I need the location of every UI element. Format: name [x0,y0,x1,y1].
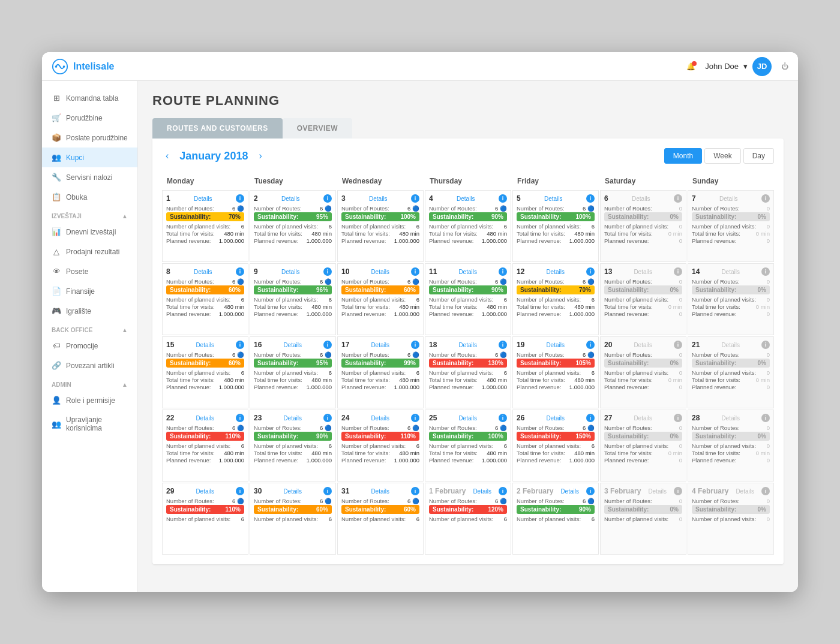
info-icon-gray[interactable]: i [761,267,770,276]
info-icon-gray[interactable]: i [674,267,682,276]
info-icon-gray[interactable]: i [674,341,682,349]
details-link[interactable]: Details [371,342,389,348]
week-view-button[interactable]: Week [704,148,740,164]
details-link[interactable]: Details [283,415,302,422]
details-link[interactable]: Details [458,269,477,275]
info-icon[interactable]: i [323,267,332,276]
info-icon[interactable]: i [236,414,244,422]
details-link[interactable]: Details [194,195,212,202]
sidebar-item-komandna[interactable]: ⊞ Komandna tabla [42,88,137,108]
prev-month-button[interactable]: ‹ [162,149,172,162]
info-icon-gray[interactable]: i [761,487,770,495]
info-icon[interactable]: i [323,487,332,495]
info-icon[interactable]: i [411,414,419,422]
sidebar-item-igraliste[interactable]: 🎮 Igralište [42,301,137,321]
user-menu[interactable]: John Doe ▾ JD [705,57,772,76]
power-button[interactable]: ⏻ [781,62,788,71]
details-link[interactable]: Details [544,195,563,202]
sidebar-item-porudzbine[interactable]: 🛒 Porudžbine [42,108,137,128]
info-icon[interactable]: i [323,341,332,349]
details-link[interactable]: Details [369,195,388,202]
month-view-button[interactable]: Month [664,148,702,164]
details-link-gray[interactable]: Details [736,488,754,495]
sidebar-item-finansije[interactable]: 📄 Finansije [42,281,137,301]
notification-bell[interactable]: 🔔 [686,62,695,71]
sidebar-item-kupci[interactable]: 👥 Kupci [42,148,137,167]
info-icon[interactable]: i [236,487,244,495]
details-link-gray[interactable]: Details [634,269,652,275]
info-icon-gray[interactable]: i [761,194,770,203]
details-link[interactable]: Details [283,342,302,348]
tab-overview[interactable]: OVERVIEW [283,118,352,139]
next-month-button[interactable]: › [255,149,265,162]
info-icon[interactable]: i [411,267,419,276]
details-link[interactable]: Details [281,195,300,202]
info-icon[interactable]: i [411,487,419,495]
sidebar-item-posete[interactable]: 👁 Posete [42,261,137,281]
cal-cell-7: 7 Details i Number of Routes:0 Sustainab… [688,190,774,262]
details-link[interactable]: Details [196,342,214,348]
details-link[interactable]: Details [194,269,212,275]
details-link-gray[interactable]: Details [632,195,650,202]
day-number: 17 [341,341,349,349]
info-icon[interactable]: i [499,267,507,276]
details-link[interactable]: Details [196,415,214,422]
sidebar-item-upravljanje[interactable]: 👥 Upravljanje korisnicima [42,410,137,438]
details-link[interactable]: Details [196,488,214,495]
app-name: Intelisale [73,61,114,72]
details-link[interactable]: Details [458,342,477,348]
details-link-gray[interactable]: Details [634,342,652,348]
details-link-gray[interactable]: Details [721,415,740,422]
sidebar-item-servisni[interactable]: 🔧 Servisni nalozi [42,167,137,187]
info-icon-gray[interactable]: i [761,414,770,422]
chevron-up-icon: ▲ [122,327,128,333]
details-link[interactable]: Details [371,415,389,422]
details-link[interactable]: Details [546,415,565,422]
info-icon[interactable]: i [499,414,507,422]
info-icon[interactable]: i [323,194,332,203]
info-icon[interactable]: i [411,341,419,349]
info-icon[interactable]: i [586,414,595,422]
info-icon[interactable]: i [236,341,244,349]
sidebar-item-poslate[interactable]: 📦 Poslate porudžbine [42,128,137,148]
details-link[interactable]: Details [371,488,389,495]
info-icon[interactable]: i [499,341,507,349]
details-link[interactable]: Details [457,195,475,202]
details-link[interactable]: Details [458,415,477,422]
info-icon-gray[interactable]: i [674,414,682,422]
info-icon[interactable]: i [236,194,244,203]
details-link-gray[interactable]: Details [634,415,652,422]
sidebar-item-prodajni[interactable]: △ Prodajni rezultati [42,242,137,261]
details-link-gray[interactable]: Details [719,195,738,202]
sidebar-item-promocije[interactable]: 🏷 Promocije [42,336,137,356]
info-icon[interactable]: i [586,194,595,203]
info-icon[interactable]: i [499,487,507,495]
details-link[interactable]: Details [560,488,579,495]
info-icon-gray[interactable]: i [674,194,682,203]
sidebar-item-label: Porudžbine [66,114,103,122]
info-icon-gray[interactable]: i [761,341,770,349]
details-link-gray[interactable]: Details [648,488,667,495]
sidebar-item-obuka[interactable]: 📋 Obuka [42,187,137,207]
details-link[interactable]: Details [546,342,565,348]
info-icon[interactable]: i [236,267,244,276]
info-icon[interactable]: i [411,194,419,203]
sidebar-item-povezani[interactable]: 🔗 Povezani artikli [42,356,137,375]
info-icon[interactable]: i [586,341,595,349]
info-icon[interactable]: i [586,267,595,276]
info-icon-gray[interactable]: i [674,487,682,495]
details-link[interactable]: Details [371,269,389,275]
day-view-button[interactable]: Day [743,148,774,164]
details-link-gray[interactable]: Details [721,342,740,348]
details-link[interactable]: Details [473,488,491,495]
details-link[interactable]: Details [546,269,565,275]
tab-routes-customers[interactable]: ROUTES AND CUSTOMERS [152,118,283,139]
info-icon[interactable]: i [323,414,332,422]
details-link[interactable]: Details [281,269,300,275]
details-link-gray[interactable]: Details [721,269,740,275]
info-icon[interactable]: i [586,487,595,495]
details-link[interactable]: Details [283,488,302,495]
sidebar-item-role[interactable]: 👤 Role i permisije [42,390,137,410]
sidebar-item-dnevni[interactable]: 📊 Dnevni izveštaji [42,222,137,242]
info-icon[interactable]: i [499,194,507,203]
